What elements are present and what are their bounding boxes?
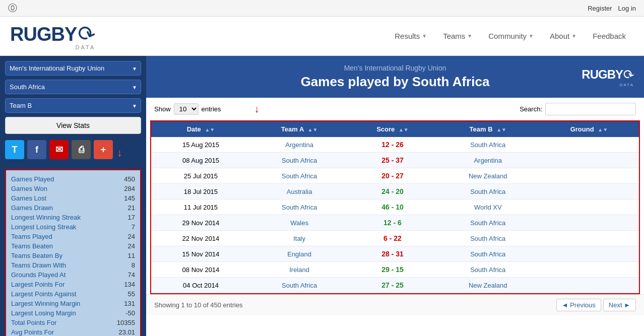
table-row: 15 Nov 2014 England 28 - 31 South Africa (151, 246, 639, 262)
header-logo-sub: DATA (582, 83, 634, 87)
score-value: 12 - 6 (383, 219, 402, 227)
team-b-link[interactable]: South Africa (470, 266, 505, 274)
cell-score: 27 - 25 (348, 278, 437, 293)
search-label: Search: (520, 105, 542, 113)
cell-team-b: Argentina (437, 153, 539, 168)
team-select[interactable]: South Africa (5, 80, 141, 94)
print-button[interactable]: ⎙ (72, 140, 91, 159)
competition-select[interactable]: Men's International Rugby Union (5, 61, 141, 76)
stats-value: 134 (124, 281, 135, 288)
cell-ground (539, 231, 639, 246)
nav-teams[interactable]: Teams ▼ (435, 28, 480, 44)
team-a-link[interactable]: South Africa (282, 282, 317, 289)
twitter-button[interactable]: T (5, 140, 24, 159)
stats-panel: Games Played450Games Won284Games Lost145… (5, 169, 141, 336)
cell-date: 08 Aug 2015 (151, 153, 250, 168)
table-row: 15 Aug 2015 Argentina 12 - 26 South Afri… (151, 137, 639, 153)
next-button[interactable]: Next ► (603, 299, 636, 311)
social-icons: T f ✉ ⎙ + (5, 140, 113, 159)
team-a-link[interactable]: Italy (293, 235, 305, 242)
team-b-link[interactable]: Argentina (474, 157, 502, 164)
stats-row: Teams Played24 (11, 232, 135, 241)
stats-label: Games Played (11, 175, 54, 183)
stats-value: 24 (128, 242, 135, 250)
score-value: 6 - 22 (383, 234, 402, 242)
stats-value: 24 (128, 233, 135, 240)
team-b-link[interactable]: New Zealand (469, 282, 507, 289)
cell-ground (539, 199, 639, 215)
stats-row: Longest Losing Streak7 (11, 222, 135, 232)
cell-ground (539, 184, 639, 199)
stats-value: 74 (128, 271, 135, 279)
search-input[interactable] (545, 103, 636, 115)
cell-team-a: South Africa (250, 168, 348, 184)
score-value: 20 - 27 (381, 172, 404, 180)
register-link[interactable]: Register (588, 5, 612, 12)
score-value: 28 - 31 (381, 250, 404, 258)
team-b-link[interactable]: South Africa (470, 188, 505, 195)
stats-row: Largest Losing Margin-50 (11, 308, 135, 318)
team-a-link[interactable]: South Africa (282, 157, 317, 164)
cell-score: 28 - 31 (348, 246, 437, 262)
stats-row: Games Drawn21 (11, 203, 135, 213)
col-score[interactable]: Score ▲▼ (348, 121, 437, 137)
opponent-select[interactable]: Team B (5, 98, 141, 113)
table-row: 25 Jul 2015 South Africa 20 - 27 New Zea… (151, 168, 639, 184)
nav-feedback[interactable]: Feedback (585, 28, 634, 44)
col-ground[interactable]: Ground ▲▼ (539, 121, 639, 137)
team-b-link[interactable]: South Africa (470, 235, 505, 242)
cell-team-a: South Africa (250, 153, 348, 168)
team-b-link[interactable]: South Africa (470, 250, 505, 258)
stats-value: 17 (128, 214, 135, 221)
plus-button[interactable]: + (94, 140, 113, 159)
nav-about[interactable]: About ▼ (542, 28, 585, 44)
stats-row: Avg Points For23.01 (11, 327, 135, 336)
facebook-button[interactable]: f (27, 140, 46, 159)
col-team-b[interactable]: Team B ▲▼ (437, 121, 539, 137)
cell-team-a: England (250, 246, 348, 262)
team-a-link[interactable]: England (287, 250, 311, 258)
logo[interactable]: RUGBY ⟳ DATA (10, 22, 95, 50)
stats-row: Teams Beaten By11 (11, 251, 135, 260)
page-header-sub: Men's International Rugby Union (156, 64, 634, 72)
cell-ground (539, 153, 639, 168)
team-b-link[interactable]: World XV (474, 204, 502, 211)
team-a-link[interactable]: South Africa (282, 172, 317, 180)
team-a-link[interactable]: Ireland (289, 266, 309, 274)
stats-value: 145 (124, 194, 135, 202)
login-link[interactable]: Log in (618, 5, 636, 12)
team-a-link[interactable]: Wales (290, 219, 308, 227)
view-stats-button[interactable]: View Stats (5, 117, 141, 134)
page-header-title: Games played by South Africa (156, 74, 634, 90)
search-box: Search: (520, 103, 636, 115)
cell-team-a: South Africa (250, 199, 348, 215)
entries-select[interactable]: 10 (174, 103, 199, 115)
stats-label: Largest Winning Margin (11, 300, 80, 307)
cell-date: 25 Jul 2015 (151, 168, 250, 184)
team-b-link[interactable]: South Africa (470, 219, 505, 227)
email-button[interactable]: ✉ (49, 140, 69, 159)
stats-label: Teams Beaten (11, 242, 53, 250)
stats-row: Longest Winning Streak17 (11, 213, 135, 222)
score-value: 29 - 15 (381, 265, 404, 274)
cell-ground (539, 137, 639, 153)
header-logo-text: RUGBY (582, 68, 623, 82)
team-a-link[interactable]: Australia (287, 188, 312, 195)
top-bar: ⓪ Register Log in (0, 0, 644, 17)
nav-community[interactable]: Community ▼ (480, 28, 542, 44)
top-bar-links: Register Log in (588, 5, 636, 12)
stats-row: Grounds Played At74 (11, 270, 135, 280)
nav-results[interactable]: Results ▼ (387, 28, 435, 44)
team-a-link[interactable]: South Africa (282, 204, 317, 211)
team-a-link[interactable]: Argentina (285, 141, 313, 149)
col-team-a[interactable]: Team A ▲▼ (250, 121, 348, 137)
prev-button[interactable]: ◄ Previous (556, 299, 601, 311)
cell-date: 22 Nov 2014 (151, 231, 250, 246)
col-date[interactable]: Date ▲▼ (151, 121, 250, 137)
cell-date: 11 Jul 2015 (151, 199, 250, 215)
cell-team-b: South Africa (437, 246, 539, 262)
team-b-link[interactable]: New Zealand (469, 172, 507, 180)
stats-row: Teams Beaten24 (11, 241, 135, 251)
team-b-link[interactable]: South Africa (470, 141, 505, 149)
wordpress-icon: ⓪ (8, 2, 17, 14)
